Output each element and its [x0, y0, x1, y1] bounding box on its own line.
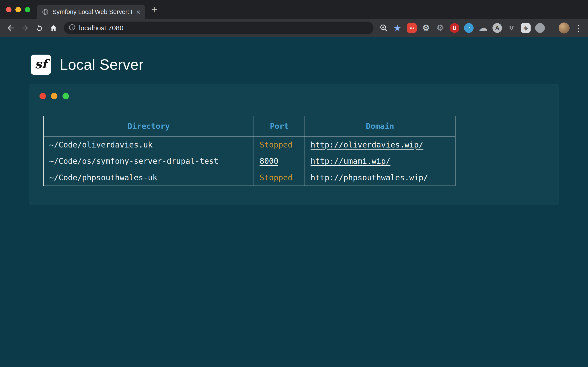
zoom-window-button[interactable]: [25, 7, 30, 12]
cloud-extension-icon[interactable]: ☁: [478, 23, 488, 33]
column-header-directory: Directory: [43, 116, 254, 136]
profile-avatar[interactable]: [559, 23, 570, 33]
box-extension-icon[interactable]: ◈: [521, 23, 531, 33]
minimize-window-button[interactable]: [15, 7, 21, 12]
back-button[interactable]: [4, 21, 17, 35]
forward-button[interactable]: [18, 21, 32, 35]
site-info-icon[interactable]: [69, 24, 76, 33]
home-button[interactable]: [47, 21, 60, 35]
v-letter-extension-icon[interactable]: V: [507, 23, 516, 33]
domain-link[interactable]: http://oliverdavies.wip/: [311, 140, 423, 149]
table-row: ~/Code/phpsouthwales-uk Stopped http://p…: [43, 169, 455, 186]
page-title: Local Server: [60, 56, 144, 73]
menu-kebab-icon[interactable]: ⋮: [573, 23, 584, 33]
table-row: ~/Code/os/symfony-server-drupal-test 800…: [43, 153, 455, 169]
octocat-extension-icon[interactable]: [535, 23, 545, 33]
red-dots-extension-icon[interactable]: •••: [407, 23, 417, 33]
column-header-port: Port: [254, 116, 305, 136]
table-row: ~/Code/oliverdavies.uk Stopped http://ol…: [43, 136, 455, 153]
orange-dot-icon: [51, 93, 57, 99]
directory-cell: ~/Code/phpsouthwales-uk: [43, 169, 254, 186]
column-header-domain: Domain: [305, 116, 455, 136]
globe-icon: [42, 8, 49, 15]
a-letter-extension-icon[interactable]: A: [493, 23, 502, 33]
extensions-area: •••⚙⚙U◔☁AV◈: [407, 23, 545, 33]
server-panel: Directory Port Domain ~/Code/oliverdavie…: [29, 84, 559, 205]
domain-cell: http://oliverdavies.wip/: [305, 136, 455, 153]
domain-link[interactable]: http://phpsouthwales.wip/: [311, 173, 428, 182]
domain-cell: http://umami.wip/: [305, 153, 455, 169]
window-controls: [0, 0, 37, 19]
table-header-row: Directory Port Domain: [43, 116, 455, 136]
port-status-cell: 8000: [254, 153, 305, 169]
new-tab-button[interactable]: +: [151, 4, 157, 15]
page-header: sf Local Server: [31, 55, 588, 75]
servers-table: Directory Port Domain ~/Code/oliverdavie…: [43, 116, 456, 186]
close-tab-icon[interactable]: ×: [136, 8, 141, 16]
browser-toolbar: localhost:7080 ★ •••⚙⚙U◔☁AV◈ ⋮: [0, 19, 588, 37]
red-dot-icon: [40, 93, 46, 99]
domain-cell: http://phpsouthwales.wip/: [305, 169, 455, 186]
ublock-extension-icon[interactable]: U: [450, 23, 459, 33]
blue-circle-extension-icon[interactable]: ◔: [464, 23, 474, 33]
toolbar-separator: [552, 23, 552, 33]
zoom-icon[interactable]: [377, 21, 390, 35]
address-bar[interactable]: localhost:7080: [64, 22, 373, 34]
directory-cell: ~/Code/os/symfony-server-drupal-test: [43, 153, 254, 169]
port-status-cell: Stopped: [254, 136, 305, 153]
terminal-dots: [40, 93, 559, 99]
domain-link[interactable]: http://umami.wip/: [311, 156, 390, 166]
close-window-button[interactable]: [6, 7, 11, 12]
gear-dark-extension-icon[interactable]: ⚙: [435, 23, 445, 33]
page-content: sf Local Server Directory Port Domain: [0, 37, 588, 367]
green-dot-icon: [62, 93, 69, 99]
tab-strip: Symfony Local Web Server: Prox × +: [0, 0, 588, 19]
gear-light-extension-icon[interactable]: ⚙: [421, 23, 431, 33]
browser-tab[interactable]: Symfony Local Web Server: Prox ×: [37, 5, 145, 19]
tab-title: Symfony Local Web Server: Prox: [52, 8, 132, 16]
bookmark-star-icon[interactable]: ★: [391, 23, 403, 33]
directory-cell: ~/Code/oliverdavies.uk: [43, 136, 254, 153]
symfony-logo: sf: [31, 55, 51, 75]
url-text: localhost:7080: [79, 24, 123, 32]
reload-button[interactable]: [33, 21, 46, 35]
port-status-cell: Stopped: [254, 169, 305, 186]
port-link[interactable]: 8000: [259, 156, 278, 166]
browser-window: Symfony Local Web Server: Prox × + local…: [0, 0, 588, 367]
